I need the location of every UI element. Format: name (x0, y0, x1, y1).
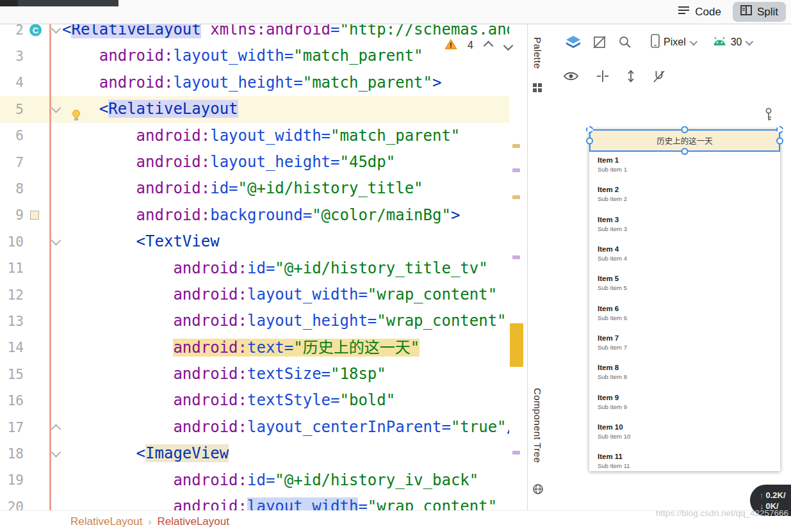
list-item[interactable]: Item 3Sub Item 3 (589, 211, 780, 241)
code-token: layout_width (247, 497, 358, 510)
code-line[interactable]: 4 android:layout_height="match_parent"> (0, 70, 509, 96)
code-line[interactable]: 19 android:id="@+id/history_iv_back" (0, 467, 509, 494)
code-view-button[interactable]: Code (670, 2, 729, 22)
code-line[interactable]: 6 android:layout_width="match_parent" (0, 123, 509, 149)
intention-bulb-icon[interactable] (71, 103, 81, 115)
window-tab[interactable] (0, 0, 18, 6)
list-item[interactable]: Item 9Sub Item 9 (589, 389, 780, 419)
code-token: android: (173, 312, 247, 330)
chevron-up-icon (484, 40, 494, 51)
code-text: android:id="@+id/history_iv_back" (62, 467, 478, 494)
code-token: id= (247, 259, 275, 277)
design-canvas[interactable]: 历史上的这一天 Item 1Sub Item 1Item 2Sub Item 2… (548, 92, 791, 510)
code-line[interactable]: 16 android:textStyle="bold" (0, 387, 509, 414)
window-tab[interactable] (18, 0, 118, 6)
code-token: layout_width= (247, 286, 368, 303)
code-view-icon (678, 5, 690, 19)
code-token (62, 259, 173, 277)
api-level: 30 (731, 36, 742, 48)
design-surface-button[interactable] (564, 33, 583, 51)
selection-handle[interactable] (586, 137, 593, 144)
list-item[interactable]: Item 11Sub Item 11 (589, 448, 780, 471)
code-line[interactable]: 7 android:layout_height="45dp" (0, 149, 509, 175)
code-line[interactable]: 5 <RelativeLayout (0, 96, 509, 122)
breadcrumb-item[interactable]: RelativeLayout (157, 515, 229, 528)
list-item[interactable]: Item 1Sub Item 1 (589, 152, 780, 181)
android-icon (712, 36, 727, 49)
code-line[interactable]: 15 android:textSize="18sp" (0, 361, 509, 387)
zoom-button[interactable] (616, 33, 634, 51)
code-token (62, 74, 99, 92)
selection-handle[interactable] (586, 126, 593, 133)
selection-handle[interactable] (776, 137, 783, 144)
list-item[interactable]: Item 2Sub Item 2 (589, 181, 780, 211)
code-line[interactable]: 9 android:background="@color/mainBg"> (0, 202, 509, 229)
list-item[interactable]: Item 6Sub Item 6 (589, 300, 780, 330)
next-issue-button[interactable] (503, 41, 513, 51)
view-options-button[interactable] (561, 69, 581, 84)
line-number: 15 (0, 367, 24, 382)
design-toolbar-row2 (548, 60, 791, 92)
device-name: Pixel (664, 36, 686, 48)
code-line[interactable]: 2C<RelativeLayout xmlns:android="http://… (0, 24, 509, 43)
palette-icon[interactable] (533, 83, 542, 95)
align-button[interactable] (594, 67, 612, 85)
list-item-subtitle: Sub Item 11 (598, 462, 772, 469)
prev-issue-button[interactable] (484, 41, 493, 51)
list-item[interactable]: Item 5Sub Item 5 (589, 270, 780, 300)
color-preview-swatch[interactable] (30, 211, 39, 220)
code-token: layout_height= (247, 312, 377, 330)
device-selector[interactable]: Pixel (651, 34, 696, 51)
code-token (62, 286, 173, 303)
selection-handle[interactable] (681, 126, 689, 133)
code-line[interactable]: 18 <ImageView (0, 440, 509, 467)
selection-handle[interactable] (681, 148, 689, 155)
gutter-cell (24, 123, 62, 149)
key-icon[interactable] (764, 108, 773, 124)
component-tree-icon[interactable] (533, 484, 543, 497)
gutter-cell (24, 202, 62, 229)
code-token: <TextView (136, 232, 220, 250)
list-item[interactable]: Item 4Sub Item 4 (589, 241, 780, 270)
list-item[interactable]: Item 7Sub Item 7 (589, 330, 780, 359)
code-text: android:layout_centerInParent="true"/> (62, 414, 509, 440)
fold-toggle-icon[interactable] (51, 447, 61, 458)
component-tree-tab[interactable]: Component Tree (532, 388, 543, 463)
code-token: "wrap_content" (368, 286, 497, 303)
code-token: android: (173, 259, 247, 277)
fold-toggle-icon[interactable] (51, 24, 61, 33)
code-line[interactable]: 14 android:text="历史上的这一天" (0, 335, 509, 361)
api-level-selector[interactable]: 30 (712, 36, 752, 49)
code-line[interactable]: 17 android:layout_centerInParent="true"/… (0, 414, 509, 440)
list-item[interactable]: Item 8Sub Item 8 (589, 359, 780, 389)
height-mode-button[interactable] (624, 67, 637, 85)
preview-titlebar[interactable]: 历史上的这一天 (589, 129, 780, 152)
fold-toggle-icon[interactable] (51, 236, 61, 246)
split-view-button[interactable]: Split (733, 2, 786, 22)
code-token: RelativeLayout (108, 100, 238, 118)
blueprint-off-button[interactable] (591, 33, 608, 51)
selection-handle[interactable] (776, 126, 783, 133)
fold-toggle-icon[interactable] (51, 424, 61, 434)
code-token: ImageView (145, 444, 229, 462)
code-line[interactable]: 12 android:layout_width="wrap_content" (0, 282, 509, 308)
list-item[interactable]: Item 10Sub Item 10 (589, 419, 780, 448)
code-line[interactable]: 10 <TextView (0, 229, 509, 255)
code-line[interactable]: 11 android:id="@+id/history_title_tv" (0, 255, 509, 282)
editor-scrollbar[interactable] (509, 24, 527, 510)
palette-tab[interactable]: Palette (532, 37, 543, 69)
code-token: "@+id/history_title" (238, 179, 423, 197)
autoconnect-off-button[interactable] (650, 67, 668, 85)
code-line[interactable]: 13 android:layout_height="wrap_content" (0, 308, 509, 334)
line-number: 11 (0, 261, 24, 276)
editor-pane[interactable]: 2C<RelativeLayout xmlns:android="http://… (0, 24, 527, 510)
breadcrumb-item[interactable]: RelativeLayout (70, 515, 142, 528)
line-number: 8 (0, 181, 24, 197)
list-item-subtitle: Sub Item 3 (598, 225, 772, 232)
code-token (62, 391, 173, 409)
code-line[interactable]: 20 android:layout_width="wrap_content" (0, 494, 509, 510)
code-token: android: (173, 391, 247, 409)
code-line[interactable]: 8 android:id="@+id/history_title" (0, 175, 509, 202)
fold-toggle-icon[interactable] (51, 103, 61, 113)
code-line[interactable]: 3 android:layout_width="match_parent" (0, 43, 509, 69)
